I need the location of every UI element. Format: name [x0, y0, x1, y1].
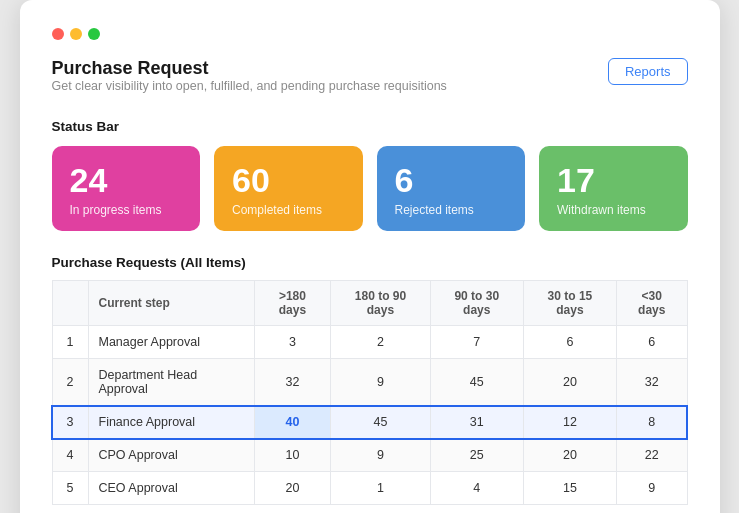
row-cell-4: 25 — [430, 439, 523, 472]
status-card-3: 17 Withdrawn items — [539, 146, 688, 231]
table-section-title: Purchase Requests (All Items) — [52, 255, 688, 270]
row-id: 2 — [52, 359, 88, 406]
table-row: 3Finance Approval404531128 — [52, 406, 687, 439]
row-cell-6: 9 — [617, 472, 687, 505]
status-card-label-3: Withdrawn items — [557, 203, 670, 217]
table-header: Current step>180 days180 to 90 days90 to… — [52, 281, 687, 326]
row-cell-5: 20 — [523, 439, 616, 472]
table-body: 1Manager Approval327662Department Head A… — [52, 326, 687, 505]
table-row: 2Department Head Approval329452032 — [52, 359, 687, 406]
status-card-label-0: In progress items — [70, 203, 183, 217]
row-cell-3: 9 — [331, 359, 430, 406]
col-header-6: <30 days — [617, 281, 687, 326]
page-title: Purchase Request — [52, 58, 447, 79]
table-row: 4CPO Approval109252022 — [52, 439, 687, 472]
status-card-0: 24 In progress items — [52, 146, 201, 231]
header-row: Purchase Request Get clear visibility in… — [52, 58, 688, 115]
close-dot — [52, 28, 64, 40]
table-row: 1Manager Approval32766 — [52, 326, 687, 359]
window-controls — [52, 28, 688, 40]
row-cell-3: 9 — [331, 439, 430, 472]
status-bar-title: Status Bar — [52, 119, 688, 134]
row-cell-5: 20 — [523, 359, 616, 406]
col-header-3: 180 to 90 days — [331, 281, 430, 326]
row-cell-6: 32 — [617, 359, 687, 406]
row-cell-5: 6 — [523, 326, 616, 359]
row-cell-6: 8 — [617, 406, 687, 439]
table-header-row: Current step>180 days180 to 90 days90 to… — [52, 281, 687, 326]
status-card-number-1: 60 — [232, 162, 345, 199]
row-id: 1 — [52, 326, 88, 359]
purchase-requests-table: Current step>180 days180 to 90 days90 to… — [52, 280, 688, 505]
row-id: 4 — [52, 439, 88, 472]
header-text: Purchase Request Get clear visibility in… — [52, 58, 447, 115]
status-card-number-3: 17 — [557, 162, 670, 199]
row-id: 5 — [52, 472, 88, 505]
col-header-0 — [52, 281, 88, 326]
row-cell-2: 10 — [254, 439, 331, 472]
col-header-1: Current step — [88, 281, 254, 326]
reports-button[interactable]: Reports — [608, 58, 688, 85]
row-id: 3 — [52, 406, 88, 439]
row-step: Department Head Approval — [88, 359, 254, 406]
row-cell-2: 32 — [254, 359, 331, 406]
col-header-2: >180 days — [254, 281, 331, 326]
row-cell-5: 12 — [523, 406, 616, 439]
row-cell-4: 7 — [430, 326, 523, 359]
row-cell-3: 45 — [331, 406, 430, 439]
row-cell-4: 4 — [430, 472, 523, 505]
row-cell-2: 3 — [254, 326, 331, 359]
row-cell-5: 15 — [523, 472, 616, 505]
row-cell-6: 22 — [617, 439, 687, 472]
maximize-dot — [88, 28, 100, 40]
row-cell-4: 45 — [430, 359, 523, 406]
status-card-label-1: Completed items — [232, 203, 345, 217]
table-row: 5CEO Approval2014159 — [52, 472, 687, 505]
status-card-number-0: 24 — [70, 162, 183, 199]
col-header-4: 90 to 30 days — [430, 281, 523, 326]
row-cell-4: 31 — [430, 406, 523, 439]
row-step: Manager Approval — [88, 326, 254, 359]
row-step: Finance Approval — [88, 406, 254, 439]
col-header-5: 30 to 15 days — [523, 281, 616, 326]
row-cell-2: 40 — [254, 406, 331, 439]
row-cell-3: 2 — [331, 326, 430, 359]
row-step: CEO Approval — [88, 472, 254, 505]
status-card-2: 6 Rejected items — [377, 146, 526, 231]
main-window: Purchase Request Get clear visibility in… — [20, 0, 720, 513]
row-cell-6: 6 — [617, 326, 687, 359]
row-step: CPO Approval — [88, 439, 254, 472]
status-card-1: 60 Completed items — [214, 146, 363, 231]
row-cell-3: 1 — [331, 472, 430, 505]
status-card-label-2: Rejected items — [395, 203, 508, 217]
minimize-dot — [70, 28, 82, 40]
status-bar: 24 In progress items 60 Completed items … — [52, 146, 688, 231]
row-cell-2: 20 — [254, 472, 331, 505]
page-subtitle: Get clear visibility into open, fulfille… — [52, 79, 447, 93]
status-card-number-2: 6 — [395, 162, 508, 199]
